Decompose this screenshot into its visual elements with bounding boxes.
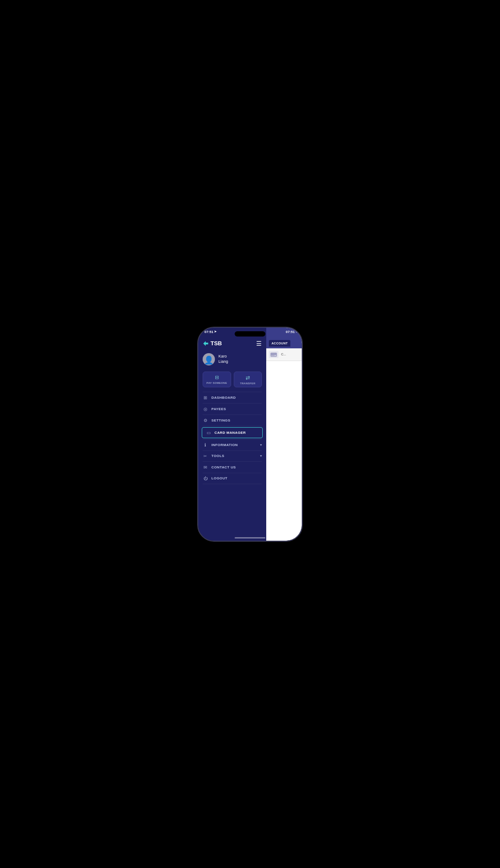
- dynamic-island: [235, 331, 265, 337]
- information-chevron-icon: ▾: [260, 443, 262, 447]
- action-buttons-row: ⊟ PAY SOMEONE ⇄ TRANSFER: [198, 369, 266, 390]
- svg-rect-2: [271, 354, 277, 354]
- settings-label: SETTINGS: [211, 418, 230, 422]
- payees-icon: ◎: [203, 407, 208, 411]
- pay-someone-label: PAY SOMEONE: [207, 382, 227, 384]
- transfer-label: TRANSFER: [240, 382, 255, 385]
- nav-divider-8: [203, 484, 262, 484]
- phone-frame: 07:51 ➤ TSB ☰ 👤 Karo Liang: [197, 327, 303, 542]
- sidebar-item-tools[interactable]: ✂ TOOLS ▾: [198, 451, 266, 461]
- menu-panel: 07:51 ➤ TSB ☰ 👤 Karo Liang: [198, 328, 266, 541]
- tsb-arrow-icon: [203, 340, 209, 347]
- payees-label: PAYEES: [211, 407, 226, 411]
- card-wallet-icon: [269, 351, 279, 358]
- accounts-tab[interactable]: ACCOUNT: [269, 340, 290, 347]
- nav-menu: ⊞ DASHBOARD ◎ PAYEES ⚙ SETTINGS ▭ CAR: [198, 390, 266, 541]
- account-card-preview: C...: [266, 348, 302, 361]
- svg-rect-1: [271, 353, 277, 357]
- sidebar-item-information[interactable]: ℹ INFORMATION ▾: [198, 439, 266, 450]
- transfer-icon: ⇄: [246, 375, 250, 381]
- sidebar-item-settings[interactable]: ⚙ SETTINGS: [198, 415, 266, 426]
- contact-us-label: CONTACT US: [211, 465, 236, 469]
- logout-label: LOGOUT: [211, 476, 228, 480]
- app-name: TSB: [211, 340, 222, 347]
- avatar-person-icon: 👤: [204, 355, 214, 365]
- user-name: Karo Liang: [218, 354, 228, 364]
- status-time-right: 07:51 ➤: [286, 330, 298, 334]
- contact-us-icon: ✉: [203, 465, 208, 470]
- tools-icon: ✂: [203, 454, 208, 458]
- tools-chevron-icon: ▾: [260, 454, 262, 458]
- hamburger-icon[interactable]: ☰: [256, 340, 262, 347]
- logout-icon: ⏻: [203, 476, 208, 481]
- sidebar-item-logout[interactable]: ⏻ LOGOUT: [198, 473, 266, 484]
- pay-someone-button[interactable]: ⊟ PAY SOMEONE: [203, 372, 231, 387]
- nav-divider-3: [203, 426, 262, 426]
- settings-icon: ⚙: [203, 418, 208, 423]
- dashboard-icon: ⊞: [203, 395, 208, 400]
- tsb-logo: TSB: [203, 340, 222, 347]
- sidebar-item-payees[interactable]: ◎ PAYEES: [198, 404, 266, 415]
- sidebar-item-card-manager[interactable]: ▭ CARD MANAGER: [202, 427, 263, 438]
- avatar: 👤: [203, 353, 215, 365]
- status-time-left: 07:51 ➤: [204, 330, 217, 334]
- dashboard-label: DASHBOARD: [211, 396, 236, 400]
- information-label: INFORMATION: [211, 443, 238, 447]
- svg-marker-0: [203, 341, 208, 346]
- screen: 07:51 ➤ TSB ☰ 👤 Karo Liang: [198, 328, 302, 541]
- card-text-preview: C...: [281, 353, 286, 356]
- transfer-button[interactable]: ⇄ TRANSFER: [234, 372, 262, 387]
- user-profile: 👤 Karo Liang: [198, 350, 266, 369]
- card-manager-icon: ▭: [206, 430, 211, 435]
- home-indicator: [235, 537, 265, 539]
- sidebar-item-contact-us[interactable]: ✉ CONTACT US: [198, 462, 266, 473]
- svg-rect-3: [275, 355, 276, 356]
- information-icon: ℹ: [203, 443, 208, 447]
- content-panel: 07:51 ➤ ACCOUNT C...: [266, 328, 302, 541]
- pay-someone-icon: ⊟: [215, 375, 219, 380]
- tools-label: TOOLS: [211, 454, 224, 458]
- content-body: [266, 361, 302, 541]
- sidebar-item-dashboard[interactable]: ⊞ DASHBOARD: [198, 392, 266, 403]
- card-manager-label: CARD MANAGER: [214, 431, 246, 435]
